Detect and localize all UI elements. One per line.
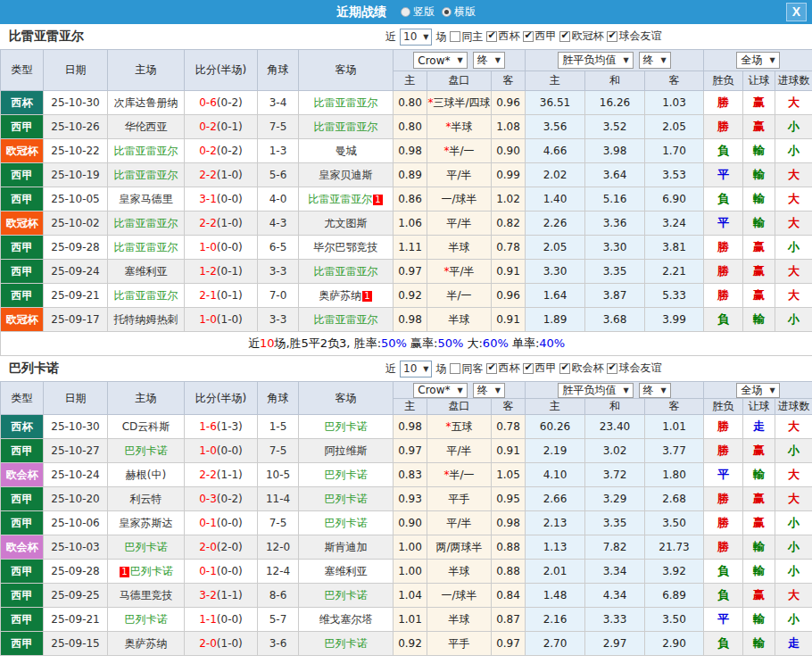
result-cell: 負: [704, 139, 743, 163]
avg-time-select[interactable]: 终▼: [639, 52, 671, 69]
league-filter[interactable]: 球会友谊: [603, 29, 661, 44]
col-header-home: 主场: [108, 382, 185, 415]
crow-away-odds: 0.78: [492, 236, 526, 260]
league-filter-checkbox[interactable]: [559, 363, 570, 374]
team-name: 巴列卡诺: [325, 493, 368, 505]
avg-home-odds: 2.26: [526, 212, 585, 236]
league-badge: 西甲: [1, 284, 44, 308]
chevron-down-icon: ▼: [457, 386, 462, 394]
crow-home-odds: 0.98: [394, 139, 427, 163]
match-row: 欧会杯25-10-24赫根(中)2-2(1-1)10-5巴列卡诺0.83*半/一…: [1, 463, 812, 487]
radio-label-text: 竖版: [413, 4, 435, 20]
summary-segment: 大:: [463, 336, 483, 350]
avg-home-odds: 2.66: [526, 487, 585, 511]
full-match-select[interactable]: 全场▼: [736, 52, 779, 69]
home-team-cell: 塞维利亚: [108, 260, 185, 284]
team-name: 比雷亚雷亚尔: [114, 169, 178, 181]
league-filter-label: 欧会杯: [571, 361, 603, 376]
team-name: 巴列卡诺: [325, 589, 368, 601]
handicap-result-cell: 輸: [743, 139, 775, 163]
team-name: CD云科斯: [122, 420, 170, 433]
avg-away-odds: 3.99: [645, 308, 704, 332]
odds-company-select[interactable]: Crow*▼: [413, 52, 467, 69]
col-header-goals: 进球数: [775, 399, 812, 415]
crow-home-odds: 0.98: [394, 308, 427, 332]
team-name: 次库达鲁册纳: [114, 96, 178, 109]
summary-row: 近10场,胜5平2负3, 胜率:50% 赢率:50% 大:60% 单率:40%: [1, 332, 812, 356]
league-filter-checkbox[interactable]: [607, 363, 617, 374]
radio-icon[interactable]: [442, 7, 452, 17]
avg-type-select[interactable]: 胜平负均值▼: [558, 52, 633, 69]
crow-away-odds: 1.02: [492, 187, 526, 212]
full-match-select[interactable]: 全场▼: [736, 383, 779, 398]
chevron-down-icon: ▼: [623, 386, 628, 394]
avg-away-odds: 3.50: [645, 608, 704, 632]
summary-segment: 场,胜5平2负3, 胜率:: [274, 336, 381, 350]
league-filter[interactable]: 球会友谊: [603, 361, 661, 376]
league-filter[interactable]: 西杯: [483, 29, 519, 44]
match-row: 欧会杯25-10-03巴列卡诺2-0(2-0)12-0斯肯迪加1.00两/两球半…: [1, 535, 812, 560]
col-header-handicap: 盘口: [427, 399, 492, 415]
goals-result-cell: 大: [775, 584, 812, 608]
league-filter-checkbox[interactable]: [523, 363, 534, 374]
handicap-result-cell: 赢: [743, 511, 775, 535]
handicap-result-cell: 輸: [743, 163, 775, 187]
section-away-team: 巴列卡诺 近 10▼ 场 同客 西杯西甲欧会杯球会友谊 类型 日期: [0, 356, 812, 656]
league-filter[interactable]: 欧冠杯: [556, 29, 603, 44]
score-cell: 1-2(0-1): [185, 260, 258, 284]
league-badge: 西甲: [1, 163, 44, 187]
away-team-cell: 比雷亚雷亚尔1: [299, 187, 394, 212]
score-cell: 0-3(0-2): [185, 487, 258, 511]
score-cell: 2-1(0-1): [185, 284, 258, 308]
section-header: 比雷亚雷亚尔 近 10▼ 场 同主 西杯西甲欧冠杯球会友谊: [0, 24, 812, 49]
match-count-select[interactable]: 10▼: [400, 361, 432, 377]
team-name: 华伦西亚: [125, 120, 168, 133]
league-filter-checkbox[interactable]: [559, 31, 570, 42]
home-team-cell: 皇家苏斯达: [108, 511, 185, 535]
corners-cell: 4-3: [258, 212, 299, 236]
score-cell: 3-2(1-1): [185, 584, 258, 608]
match-row: 西甲25-10-06皇家苏斯达0-1(0-0)7-5巴列卡诺0.90平/半0.9…: [1, 511, 812, 535]
league-filter-checkbox[interactable]: [486, 363, 497, 374]
handicap-cell: 一/球半: [427, 584, 492, 608]
avg-time-select[interactable]: 终▼: [639, 383, 671, 398]
handicap-cell: *五球: [427, 415, 492, 439]
same-venue-checkbox[interactable]: [450, 31, 460, 42]
col-header-avg-draw: 和: [585, 71, 645, 91]
handicap-result-cell: 輸: [743, 608, 775, 632]
league-filter-label: 西甲: [534, 361, 556, 376]
avg-draw-odds: 3.68: [585, 308, 645, 332]
handicap-result-cell: 走: [743, 415, 775, 439]
crow-home-odds: 0.97: [394, 439, 427, 463]
match-row: 西杯25-10-30次库达鲁册纳0-6(0-2)3-4比雷亚雷亚尔0.80*三球…: [1, 91, 812, 115]
corners-cell: 5-6: [258, 163, 299, 187]
odds-company-select[interactable]: Crow*▼: [413, 383, 467, 398]
avg-draw-odds: 3.98: [585, 139, 645, 163]
avg-type-select[interactable]: 胜平负均值▼: [558, 383, 633, 398]
same-venue-checkbox[interactable]: [450, 363, 460, 374]
handicap-cell: 半球: [427, 236, 492, 260]
league-filter[interactable]: 西杯: [483, 361, 519, 376]
away-team-cell: 毕尔巴鄂竞技: [299, 236, 394, 260]
team-name: 巴列卡诺: [325, 637, 368, 650]
layout-option-horizontal[interactable]: 横版: [442, 4, 476, 20]
odds-time-select[interactable]: 终▼: [473, 383, 505, 398]
league-filter[interactable]: 西甲: [519, 361, 556, 376]
handicap-cell: 平/半: [427, 212, 492, 236]
league-filter[interactable]: 西甲: [519, 29, 556, 44]
radio-icon[interactable]: [401, 7, 410, 17]
league-filter-checkbox[interactable]: [607, 31, 617, 42]
summary-segment: 赢率:: [407, 336, 438, 350]
match-count-select[interactable]: 10▼: [400, 29, 432, 46]
crow-away-odds: 0.84: [492, 584, 526, 608]
league-filter-checkbox[interactable]: [486, 31, 497, 42]
league-filter-checkbox[interactable]: [523, 31, 534, 42]
home-team-cell: 赫根(中): [108, 463, 185, 487]
avg-away-odds: 6.90: [645, 187, 704, 212]
league-filter[interactable]: 欧会杯: [556, 361, 603, 376]
close-icon[interactable]: X: [786, 3, 807, 21]
home-team-cell: 比雷亚雷亚尔: [108, 212, 185, 236]
odds-time-select[interactable]: 终▼: [473, 52, 505, 69]
team-name: 巴列卡诺: [125, 541, 168, 553]
layout-option-vertical[interactable]: 竖版: [401, 4, 435, 20]
